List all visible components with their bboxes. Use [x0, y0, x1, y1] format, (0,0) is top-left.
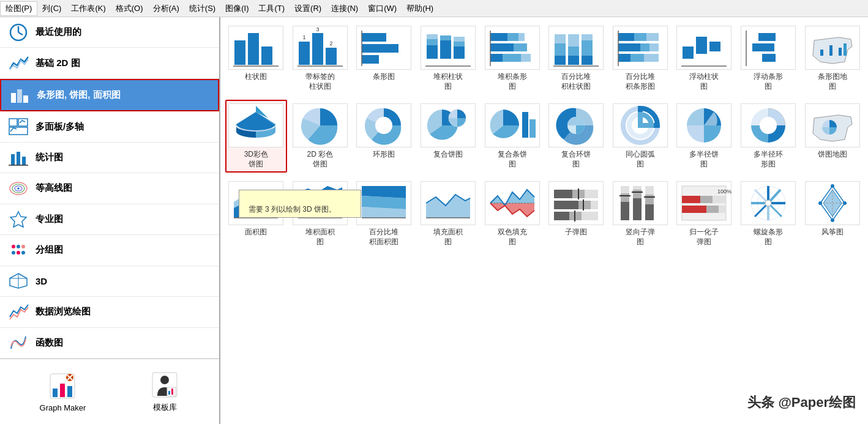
svg-rect-102: [839, 48, 842, 56]
sidebar-item-contour[interactable]: 等高线图: [0, 173, 219, 204]
svg-rect-100: [820, 50, 823, 56]
svg-rect-30: [67, 386, 72, 397]
chart-item-bicolor-area[interactable]: 双色填充 图: [481, 177, 543, 250]
chart-item-half-pie[interactable]: 多半径饼 图: [673, 100, 735, 173]
pie3d-icon: [228, 103, 283, 147]
svg-text:1: 1: [302, 34, 305, 40]
chart-item-floating-bar[interactable]: 浮动柱状 图: [673, 22, 735, 95]
chart-item-percent-hbar[interactable]: 百分比堆 积条形图: [610, 22, 672, 95]
svg-point-18: [12, 245, 15, 248]
svg-point-180: [843, 201, 847, 205]
chart-label-kite: 风筝图: [821, 228, 844, 237]
chart-item-labeled-bar[interactable]: 1 3 2 带标签的 柱状图: [290, 22, 351, 95]
function-icon: [7, 332, 29, 354]
svg-rect-4: [17, 89, 22, 103]
svg-line-2: [18, 32, 23, 35]
svg-rect-56: [427, 34, 438, 39]
menu-image[interactable]: 图像(I): [220, 2, 253, 15]
menu-format[interactable]: 格式(O): [111, 2, 148, 15]
chart-item-area[interactable]: 面积图: [225, 177, 287, 250]
menu-connect[interactable]: 连接(N): [326, 2, 363, 15]
sidebar-item-bar-pie-area[interactable]: 条形图, 饼图, 面积图: [0, 79, 219, 111]
sidebar-item-3d[interactable]: 3D: [0, 266, 219, 297]
chart-item-compound-pie[interactable]: 复合饼图: [417, 100, 479, 173]
bar-map-icon: [805, 26, 860, 70]
sidebar-item-basic2d[interactable]: 基础 2D 图: [0, 48, 219, 78]
chart-item-bullet[interactable]: 子弹图: [545, 177, 607, 250]
chart-item-percent-bar[interactable]: 百分比堆 积柱状图: [545, 22, 607, 95]
chart-item-half-ring[interactable]: 多半径环 形图: [738, 100, 799, 173]
sidebar-item-group[interactable]: 分组图: [0, 235, 219, 266]
menu-worksheet[interactable]: 工作表(K): [66, 2, 110, 15]
svg-point-179: [831, 184, 834, 188]
sidebar-item-function[interactable]: 函数图: [0, 328, 219, 359]
sidebar-item-stats[interactable]: 统计图: [0, 143, 219, 173]
chart-item-pie2d[interactable]: 2D 彩色 饼图: [290, 100, 351, 173]
sidebar-item-recent[interactable]: 最近使用的: [0, 17, 219, 48]
menu-col[interactable]: 列(C): [37, 2, 66, 15]
svg-point-19: [17, 245, 20, 248]
menu-stats[interactable]: 统计(S): [184, 2, 220, 15]
chart-item-pie-map[interactable]: 饼图地图: [801, 100, 863, 173]
sidebar-item-special[interactable]: 专业图: [0, 204, 219, 235]
graph-maker-icon: [48, 371, 77, 401]
bicolor-area-icon: [485, 181, 540, 225]
chart-item-pie3d[interactable]: 3D彩色 饼图: [225, 100, 287, 173]
menu-window[interactable]: 窗口(W): [363, 2, 402, 15]
chart-item-compound-bar-pie[interactable]: 复合条饼 图: [481, 100, 543, 173]
template-library-button[interactable]: 模板库: [143, 366, 187, 417]
menu-settings[interactable]: 设置(R): [290, 2, 326, 15]
chart-item-stacked-area[interactable]: 堆积面积 图: [290, 177, 351, 250]
chart-item-compound-ring[interactable]: 复合环饼 图: [545, 100, 607, 173]
svg-point-174: [765, 200, 771, 206]
sidebar-label-browser: 数据浏览绘图: [36, 306, 91, 318]
svg-rect-70: [521, 54, 531, 62]
chart-item-stacked-hbar[interactable]: 堆积条形 图: [481, 22, 543, 95]
chart-item-normalized-bullet[interactable]: 100% 归一化子 弹图: [673, 177, 735, 250]
chart-item-spiral-bar[interactable]: 螺旋条形 图: [738, 177, 799, 250]
menu-analysis[interactable]: 分析(A): [148, 2, 184, 15]
chart-item-floating-hbar[interactable]: 浮动条形 图: [738, 22, 799, 95]
sidebar-item-browser[interactable]: 数据浏览绘图: [0, 297, 219, 327]
graph-maker-button[interactable]: Graph Maker: [32, 368, 94, 416]
svg-rect-103: [844, 43, 847, 56]
menubar: 绘图(P) 列(C) 工作表(K) 格式(O) 分析(A) 统计(S) 图像(I…: [0, 0, 868, 17]
svg-rect-101: [829, 45, 832, 56]
svg-point-22: [17, 251, 20, 255]
bar-icon: [9, 84, 31, 106]
hbar-icon: [356, 26, 411, 70]
chart-item-bar-map[interactable]: 条形图地 图: [801, 22, 863, 95]
svg-rect-162: [682, 206, 706, 213]
chart-item-ring[interactable]: 环形图: [353, 100, 415, 173]
chart-item-hbar[interactable]: 条形图: [353, 22, 415, 95]
svg-rect-110: [529, 119, 536, 138]
svg-rect-67: [514, 43, 527, 51]
svg-rect-149: [633, 198, 642, 220]
sidebar-item-multipanel[interactable]: 多面板/多轴: [0, 111, 219, 142]
bar-chart-icon: [228, 26, 283, 70]
contour-icon: [7, 177, 29, 199]
menu-draw[interactable]: 绘图(P): [0, 1, 37, 16]
chart-item-kite[interactable]: 风筝图: [801, 177, 863, 250]
chart-item-concentric[interactable]: 同心圆弧 图: [610, 100, 672, 173]
svg-rect-86: [618, 43, 640, 51]
percent-bar-icon: [548, 26, 604, 70]
chart-label-hbar: 条形图: [373, 72, 395, 82]
chart-item-percent-area[interactable]: 百分比堆 积面积图: [353, 177, 415, 250]
svg-marker-126: [426, 195, 470, 218]
svg-rect-10: [17, 152, 20, 165]
chart-item-bar[interactable]: 柱状图: [225, 22, 287, 95]
chart-item-v-bullet[interactable]: 竖向子弹 图: [610, 177, 672, 250]
menu-tools[interactable]: 工具(T): [253, 2, 290, 15]
chart-label-normalized-bullet: 归一化子 弹图: [689, 228, 719, 247]
menu-help[interactable]: 帮助(H): [402, 2, 438, 15]
compound-bar-pie-icon: [485, 103, 540, 147]
chart-label-bar-map: 条形图地 图: [818, 72, 847, 91]
svg-rect-64: [507, 33, 518, 41]
browser-icon: [7, 301, 29, 323]
svg-text:3: 3: [316, 26, 319, 32]
bullet-icon: [548, 181, 604, 225]
chart-item-fill-area[interactable]: 填充面积 图: [417, 177, 479, 250]
chart-item-stacked-bar[interactable]: 堆积柱状 图: [417, 22, 479, 95]
sidebar-label-function: 函数图: [36, 337, 63, 349]
